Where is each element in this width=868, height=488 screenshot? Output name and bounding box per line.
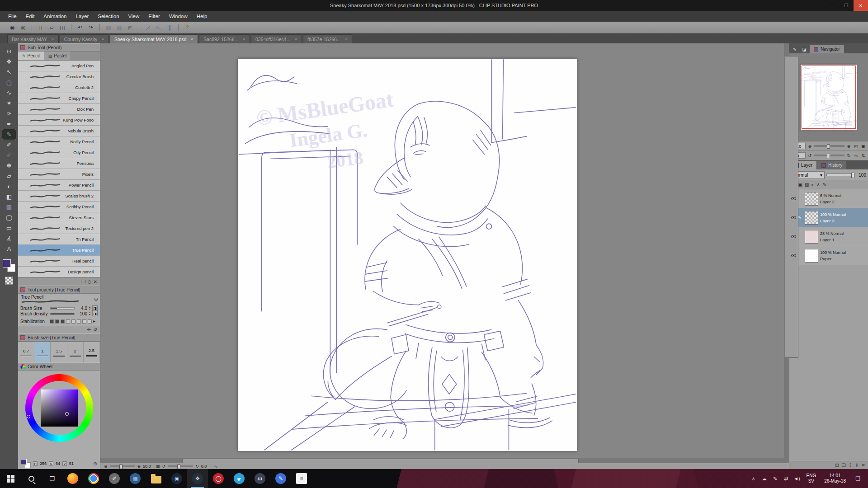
- menu-item[interactable]: Layer: [71, 12, 94, 21]
- stabilization-segment[interactable]: [61, 319, 65, 324]
- stabilization-segment[interactable]: [66, 319, 70, 324]
- delete-subtool-icon[interactable]: ✕: [94, 280, 97, 284]
- new-subtool-icon[interactable]: ▯: [88, 280, 91, 284]
- brush-size-preset[interactable]: 2: [67, 342, 84, 362]
- doc-tab[interactable]: fb357e-15266... ✕: [303, 34, 352, 43]
- hidden-icons-chevron[interactable]: ∧: [748, 476, 759, 482]
- taskbar-file-explorer-icon[interactable]: [146, 469, 166, 488]
- taskbar-opera-icon[interactable]: ◯: [208, 469, 229, 488]
- invert-selection-icon[interactable]: ◩: [125, 23, 135, 32]
- deselect-icon[interactable]: ▧: [104, 23, 113, 32]
- property-source-icon[interactable]: ◨: [92, 305, 98, 311]
- navigator-canvas-thumbnail[interactable]: [801, 65, 857, 130]
- gradient-tool[interactable]: ▥: [2, 202, 16, 212]
- brush-tool[interactable]: ✐: [2, 140, 16, 150]
- brush-size-preset[interactable]: 0.7: [18, 342, 34, 362]
- zoom-out-icon[interactable]: ⊖: [104, 464, 108, 469]
- layer-row[interactable]: ✎ 28 % Normal Layer 1: [789, 227, 868, 246]
- snap-to-ruler-icon[interactable]: ◿: [143, 23, 153, 32]
- brush-row[interactable]: Pixels: [18, 169, 100, 180]
- start-button[interactable]: [0, 469, 21, 488]
- onedrive-icon[interactable]: ☁: [759, 476, 770, 482]
- canvas-vertical-scrollbar[interactable]: [784, 43, 789, 463]
- brush-row[interactable]: Dox Pen: [18, 104, 100, 115]
- fill-tool[interactable]: ◧: [2, 192, 16, 202]
- nav-fit-icon[interactable]: ◱: [853, 144, 859, 149]
- brush-row[interactable]: Steven Stars: [18, 212, 100, 223]
- brush-row[interactable]: Tri Pencil: [18, 234, 100, 245]
- menu-item[interactable]: Edit: [21, 12, 39, 21]
- brush-row[interactable]: Oily Pencil: [18, 147, 100, 158]
- new-layer-icon[interactable]: ▤: [835, 463, 839, 468]
- tab-navigator[interactable]: Navigator: [810, 45, 844, 53]
- color-wheel-swatch-pair[interactable]: [21, 459, 31, 468]
- ruler-layer-icon[interactable]: ∡: [816, 183, 820, 187]
- material-panel-icon[interactable]: ◪: [800, 45, 808, 53]
- snap-to-special-ruler-icon[interactable]: ◺: [154, 23, 164, 32]
- current-color-swatch[interactable]: [21, 459, 27, 465]
- flip-horizontal-icon[interactable]: ⇋: [214, 464, 218, 469]
- taskbar-gimp-icon[interactable]: ✐: [104, 469, 125, 488]
- new-file-icon[interactable]: ▯: [36, 23, 46, 32]
- nav-flip-vertical-icon[interactable]: ⇅: [860, 153, 866, 158]
- text-tool[interactable]: A: [2, 244, 16, 254]
- taskbar-steam-icon[interactable]: ◉: [166, 469, 187, 488]
- network-icon[interactable]: ⇄: [781, 476, 792, 482]
- help-icon[interactable]: ?: [182, 23, 192, 32]
- zoom-slider[interactable]: [110, 465, 135, 467]
- clock[interactable]: 14:01 26-May-18: [820, 473, 850, 484]
- tab-history[interactable]: History: [817, 161, 846, 169]
- brush-row[interactable]: Scales brush 2: [18, 191, 100, 202]
- menu-item[interactable]: Animation: [39, 12, 71, 21]
- taskbar-discord-icon[interactable]: ω: [250, 469, 270, 488]
- minimize-button[interactable]: –: [825, 0, 839, 11]
- eyedropper-tool[interactable]: ✑: [2, 108, 16, 119]
- delete-layer-icon[interactable]: ✕: [862, 463, 865, 468]
- layer-thumbnail[interactable]: [805, 249, 818, 263]
- new-folder-icon[interactable]: ❏: [842, 463, 846, 468]
- saturation-value-square[interactable]: [41, 389, 78, 427]
- fit-to-screen-icon[interactable]: ▦: [156, 464, 160, 469]
- blend-tool[interactable]: ◐: [2, 181, 16, 192]
- layer-visibility-eye-icon[interactable]: [791, 197, 796, 200]
- menu-item[interactable]: File: [4, 12, 21, 21]
- brush-row[interactable]: Angled Pen: [18, 61, 100, 71]
- stabilization-segment[interactable]: [50, 319, 54, 324]
- brush-size-panel-header[interactable]: Brush size [True Pencil]: [18, 333, 100, 342]
- doc-tab-close-icon[interactable]: ✕: [242, 37, 245, 41]
- pen-tool[interactable]: ✒: [2, 119, 16, 129]
- layer-row[interactable]: ✎ 100 % Normal Paper: [789, 246, 868, 265]
- reset-tool-icon[interactable]: ↺: [94, 328, 97, 332]
- taskbar-telegram-icon[interactable]: ▶: [229, 469, 250, 488]
- rotate-right-icon[interactable]: ↻: [195, 464, 199, 469]
- nav-rotate-right-icon[interactable]: ↻: [846, 153, 852, 158]
- color-space-icon[interactable]: ⊕: [93, 461, 97, 467]
- titlebar[interactable]: Sneaky Sharkomat MAY 2018.psd (1500 x 17…: [0, 0, 868, 11]
- navigator-preview[interactable]: [789, 53, 868, 141]
- brush-row[interactable]: Confetti 2: [18, 82, 100, 93]
- doc-tab[interactable]: Sac892-15266... ✕: [199, 34, 250, 43]
- eraser-tool[interactable]: ▱: [2, 171, 16, 181]
- stabilization-expand-icon[interactable]: ▸: [93, 319, 95, 324]
- doc-tab[interactable]: Country Kassity ✕: [60, 34, 109, 43]
- pen-settings-icon[interactable]: ✎: [770, 476, 781, 482]
- brush-size-preset[interactable]: 2.5: [84, 342, 100, 362]
- brush-row[interactable]: Kung Pow Fooo: [18, 115, 100, 126]
- taskbar-chrome-icon[interactable]: [83, 469, 104, 488]
- property-slider[interactable]: [50, 307, 75, 310]
- taskbar-calculator-icon[interactable]: ▦: [125, 469, 146, 488]
- color-swatch-pair[interactable]: [3, 259, 15, 272]
- taskbar-paint-app-icon[interactable]: ✎: [270, 469, 291, 488]
- redo-icon[interactable]: ↷: [86, 23, 96, 32]
- stabilization-segment[interactable]: [88, 319, 92, 324]
- taskbar-firefox-icon[interactable]: [62, 469, 83, 488]
- figure-tool[interactable]: ◯: [2, 212, 16, 223]
- doc-tab-close-icon[interactable]: ✕: [190, 37, 193, 41]
- zoom-tool[interactable]: ⊙: [2, 46, 16, 56]
- doc-tab-close-icon[interactable]: ✕: [51, 37, 54, 41]
- canvas[interactable]: [238, 59, 577, 451]
- rotate-left-icon[interactable]: ↺: [162, 464, 166, 469]
- property-source-icon[interactable]: ◨: [92, 311, 98, 316]
- set-as-draft-icon[interactable]: ✎: [822, 183, 826, 187]
- layer-opacity-slider[interactable]: [826, 174, 854, 176]
